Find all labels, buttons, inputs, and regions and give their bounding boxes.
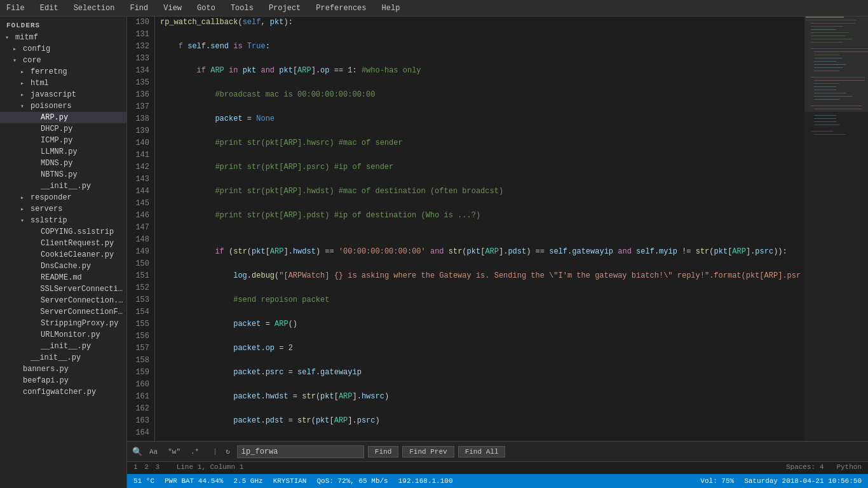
svg-rect-30 [814, 121, 836, 122]
arrow-icon: ▸ [20, 68, 28, 76]
arrow-icon: ▸ [13, 45, 20, 53]
sidebar-item-responder[interactable]: ▸ responder [0, 192, 126, 203]
code-content[interactable]: rp_watch_callback(self, pkt): f self.sen… [155, 17, 804, 441]
editor-settings: Spaces: 4 Python [786, 463, 862, 473]
find-all-button[interactable]: Find All [458, 446, 506, 458]
sidebar-item-poisoners[interactable]: ▾ poisoners [0, 100, 126, 112]
main-content: FOLDERS ▾ mitmf ▸ config ▾ core ▸ ferret… [0, 17, 868, 488]
sidebar-item-urlmonitor[interactable]: ▸ URLMonitor.py [0, 329, 126, 341]
editor-area: 130131132133134 135136137138139 14014114… [127, 17, 868, 488]
sidebar-item-arp[interactable]: ▸ ARP.py [0, 112, 126, 123]
code-editor[interactable]: 130131132133134 135136137138139 14014114… [127, 17, 868, 441]
status-user: KRYSTIAN [273, 477, 307, 485]
find-case-sensitive-toggle[interactable]: Aa [146, 447, 161, 457]
menu-goto[interactable]: Goto [194, 3, 218, 14]
menu-file[interactable]: File [4, 3, 27, 14]
find-prev-button[interactable]: Find Prev [402, 446, 454, 458]
menu-find[interactable]: Find [127, 3, 151, 14]
sidebar-item-icmp[interactable]: ▸ ICMP.py [0, 135, 126, 146]
svg-rect-33 [814, 134, 846, 135]
sidebar-item-configwatcher[interactable]: ▸ configwatcher.py [0, 386, 126, 398]
find-word-toggle[interactable]: "w" [165, 447, 184, 457]
sidebar-item-mitmf[interactable]: ▾ mitmf [0, 32, 126, 43]
status-temp: 51 °C [133, 477, 154, 485]
find-bar: 🔍 Aa "w" .* ⎹ ↻ Find Find Prev Find All [127, 441, 868, 461]
arrow-icon: ▾ [20, 102, 28, 110]
arrow-icon: ▾ [13, 57, 20, 64]
arrow-icon: ▸ [20, 79, 28, 87]
sidebar-item-config[interactable]: ▸ config [0, 43, 126, 55]
sidebar-item-servers[interactable]: ▸ servers [0, 203, 126, 215]
sidebar-item-html[interactable]: ▸ html [0, 78, 126, 89]
sidebar-item-serverconn[interactable]: ▸ ServerConnection.py [0, 295, 126, 306]
menu-preferences[interactable]: Preferences [313, 3, 369, 14]
sidebar-item-init1[interactable]: ▸ __init__.py [0, 180, 126, 192]
menu-view[interactable]: View [161, 3, 184, 14]
find-wrap-toggle[interactable]: ↻ [222, 446, 233, 457]
svg-rect-28 [814, 115, 836, 116]
status-left: 51 °C PWR BAT 44.54% 2.5 GHz KRYSTIAN Qo… [133, 477, 453, 485]
sidebar-item-llmnr[interactable]: ▸ LLMNR.py [0, 146, 126, 158]
sidebar-item-serverconnfact[interactable]: ▸ ServerConnectionFact [0, 306, 126, 318]
sidebar-item-core[interactable]: ▾ core [0, 55, 126, 66]
line-column-label: Line 1, Column 1 [177, 463, 244, 471]
sidebar-item-dhcp[interactable]: ▸ DHCP.py [0, 123, 126, 135]
sidebar-item-clientrequest[interactable]: ▸ ClientRequest.py [0, 238, 126, 249]
sidebar-item-sslstrip[interactable]: ▾ sslstrip [0, 215, 126, 226]
sidebar-item-sslserverconn[interactable]: ▸ SSLServerConnection. [0, 283, 126, 295]
sidebar-item-dnscache[interactable]: ▸ DnsCache.py [0, 261, 126, 272]
svg-rect-31 [814, 125, 839, 125]
sidebar-item-strippingproxy[interactable]: ▸ StrippingProxy.py [0, 318, 126, 329]
status-right: Vol: 75% Saturday 2018-04-21 10:56:50 [700, 477, 862, 485]
sidebar-item-cookiecleaner[interactable]: ▸ CookieCleaner.py [0, 249, 126, 261]
line-numbers: 130131132133134 135136137138139 14014114… [127, 17, 155, 441]
status-cpu: 2.5 GHz [233, 477, 262, 485]
status-vol: Vol: 75% [700, 477, 734, 485]
sidebar-item-banners[interactable]: ▸ banners.py [0, 363, 126, 375]
arrow-icon: ▸ [20, 194, 28, 201]
sidebar-item-copying[interactable]: ▸ COPYING.sslstrip [0, 226, 126, 238]
spaces-info: Spaces: 4 [786, 463, 824, 473]
menu-tools[interactable]: Tools [228, 3, 256, 14]
menu-project[interactable]: Project [266, 3, 303, 14]
status-date: Saturday 2018-04-21 10:56:50 [744, 477, 862, 485]
sidebar-item-readme[interactable]: ▸ README.md [0, 272, 126, 283]
arrow-icon: ▸ [20, 91, 28, 98]
find-icon: 🔍 [132, 447, 142, 457]
sidebar-item-nbtns[interactable]: ▸ NBTNS.py [0, 169, 126, 180]
svg-rect-32 [811, 131, 833, 132]
status-power: PWR BAT 44.54% [165, 477, 223, 485]
svg-rect-29 [814, 118, 836, 119]
sidebar-item-mdns[interactable]: ▸ MDNS.py [0, 158, 126, 169]
folders-header: FOLDERS [0, 17, 126, 32]
minimap [804, 17, 868, 441]
sidebar-item-init3[interactable]: ▸ __init__.py [0, 352, 126, 363]
svg-rect-34 [804, 17, 868, 112]
arrow-icon: ▸ [20, 205, 28, 213]
info-bar: 1 2 3 Line 1, Column 1 Spaces: 4 Python [127, 461, 868, 474]
menu-selection[interactable]: Selection [71, 3, 118, 14]
minimap-svg [804, 17, 868, 436]
status-ip: 192.168.1.100 [398, 477, 453, 485]
find-scope-toggle[interactable]: ⎹ [206, 447, 219, 457]
sidebar-item-beefapi[interactable]: ▸ beefapi.py [0, 375, 126, 386]
sidebar: FOLDERS ▾ mitmf ▸ config ▾ core ▸ ferret… [0, 17, 127, 488]
find-regex-toggle[interactable]: .* [187, 447, 202, 457]
arrow-icon: ▾ [20, 217, 28, 224]
language-info: Python [836, 463, 862, 473]
status-bar: 51 °C PWR BAT 44.54% 2.5 GHz KRYSTIAN Qo… [127, 474, 868, 488]
menu-help[interactable]: Help [379, 3, 403, 14]
line-numbers-toggle[interactable]: 1 [133, 463, 138, 471]
find-button[interactable]: Find [368, 446, 398, 458]
sidebar-item-javascript[interactable]: ▸ javascript [0, 89, 126, 100]
sidebar-item-init2[interactable]: ▸ __init__.py [0, 341, 126, 352]
line-column-info: 1 2 3 Line 1, Column 1 [133, 463, 243, 473]
arrow-icon: ▾ [5, 34, 13, 41]
sidebar-item-ferretng[interactable]: ▸ ferretng [0, 66, 126, 78]
status-qos: QoS: 72%, 65 Mb/s [316, 477, 388, 485]
menu-edit[interactable]: Edit [37, 3, 61, 14]
find-input[interactable] [237, 445, 364, 458]
menu-bar: File Edit Selection Find View Goto Tools… [0, 0, 868, 17]
